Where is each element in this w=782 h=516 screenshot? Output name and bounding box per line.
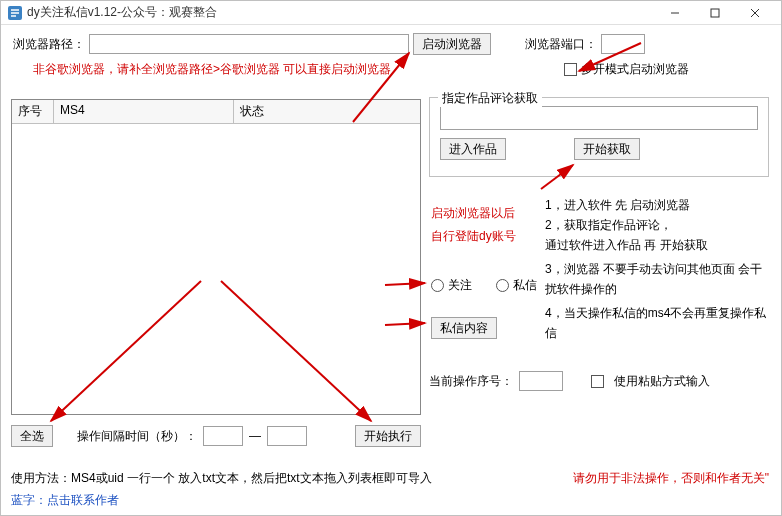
browser-port-input[interactable] — [601, 34, 645, 54]
warn-text: 请勿用于非法操作，否则和作者无关" — [573, 470, 769, 487]
multi-open-checkbox[interactable] — [564, 63, 577, 76]
nonchrome-note: 非谷歌浏览器，请补全浏览器路径>谷歌浏览器 可以直接启动浏览器 — [33, 61, 391, 78]
cur-index-input[interactable] — [519, 371, 563, 391]
titlebar: dy关注私信v1.12-公众号：观赛整合 — [1, 1, 781, 25]
interval-min-input[interactable] — [203, 426, 243, 446]
interval-max-input[interactable] — [267, 426, 307, 446]
app-icon — [7, 5, 23, 21]
instr-4: 4，当天操作私信的ms4不会再重复操作私信 — [545, 303, 769, 343]
browser-port-label: 浏览器端口： — [525, 36, 597, 53]
comment-fetch-group: 指定作品评论获取 进入作品 开始获取 — [429, 97, 769, 177]
start-fetch-button[interactable]: 开始获取 — [574, 138, 640, 160]
start-browser-button[interactable]: 启动浏览器 — [413, 33, 491, 55]
maximize-button[interactable] — [695, 2, 735, 24]
data-table[interactable]: 序号 MS4 状态 — [11, 99, 421, 415]
instr-3: 3，浏览器 不要手动去访问其他页面 会干扰软件操作的 — [545, 259, 769, 299]
svg-rect-2 — [711, 9, 719, 17]
radio-dm-label: 私信 — [513, 277, 537, 294]
th-status: 状态 — [234, 100, 420, 123]
paste-mode-checkbox[interactable] — [591, 375, 604, 388]
instr-1: 1，进入软件 先 启动浏览器 — [545, 195, 769, 215]
radio-dm[interactable] — [496, 279, 509, 292]
annot-login: 自行登陆dy账号 — [431, 228, 516, 245]
enter-work-button[interactable]: 进入作品 — [440, 138, 506, 160]
cur-index-label: 当前操作序号： — [429, 373, 513, 390]
paste-mode-label: 使用粘贴方式输入 — [614, 373, 710, 390]
dm-content-button[interactable]: 私信内容 — [431, 317, 497, 339]
select-all-button[interactable]: 全选 — [11, 425, 53, 447]
instructions-block: 1，进入软件 先 启动浏览器 2，获取指定作品评论， 通过软件进入作品 再 开始… — [539, 195, 769, 343]
th-ms4: MS4 — [54, 100, 234, 123]
close-button[interactable] — [735, 2, 775, 24]
interval-dash: — — [249, 429, 261, 443]
table-header: 序号 MS4 状态 — [12, 100, 420, 124]
usage-text: 使用方法：MS4或uid 一行一个 放入txt文本，然后把txt文本拖入列表框即… — [11, 470, 432, 487]
interval-label: 操作间隔时间（秒）： — [77, 428, 197, 445]
radio-follow[interactable] — [431, 279, 444, 292]
start-exec-button[interactable]: 开始执行 — [355, 425, 421, 447]
multi-open-label: 多开模式启动浏览器 — [581, 61, 689, 78]
annot-start-browser: 启动浏览器以后 — [431, 205, 516, 222]
work-url-input[interactable] — [440, 106, 758, 130]
minimize-button[interactable] — [655, 2, 695, 24]
contact-author-link[interactable]: 蓝字：点击联系作者 — [11, 492, 119, 509]
radio-follow-label: 关注 — [448, 277, 472, 294]
group-title: 指定作品评论获取 — [438, 90, 542, 107]
browser-path-label: 浏览器路径： — [13, 36, 85, 53]
instr-2: 2，获取指定作品评论， — [545, 215, 769, 235]
th-index: 序号 — [12, 100, 54, 123]
browser-path-input[interactable] — [89, 34, 409, 54]
window-title: dy关注私信v1.12-公众号：观赛整合 — [27, 4, 655, 21]
instr-2b: 通过软件进入作品 再 开始获取 — [545, 235, 769, 255]
